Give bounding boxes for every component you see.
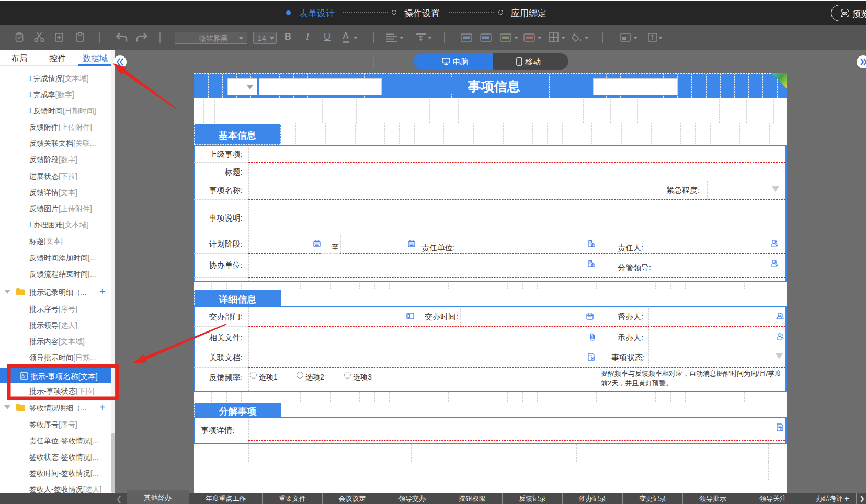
svg-text:fx: fx [21, 374, 26, 379]
